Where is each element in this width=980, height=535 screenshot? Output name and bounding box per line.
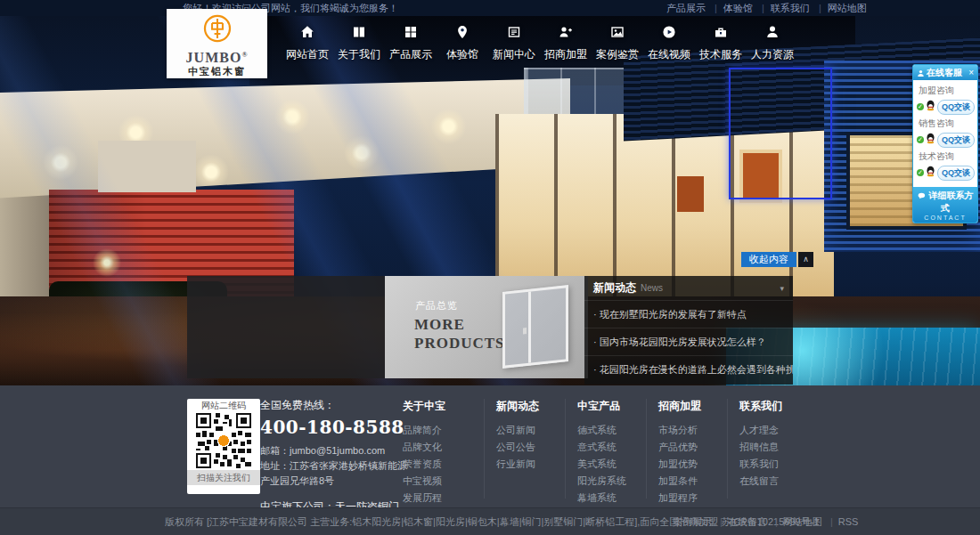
qq-chat-button[interactable]: ✓ QQ交谈 — [917, 132, 974, 148]
topbar-link-experience[interactable]: 体验馆 — [708, 3, 753, 13]
footer-link[interactable]: 加盟程序 — [658, 490, 727, 507]
bottom-link-cases[interactable]: 案例展示 — [673, 516, 712, 527]
footer-link[interactable]: 中宝视频 — [403, 473, 484, 490]
book-icon — [333, 25, 385, 41]
news-item[interactable]: 花园阳光房在漫长的道路上必然会遇到各种挑战 — [584, 355, 793, 383]
footer-col-products: 中宝产品 德式系统 意式系统 美式系统 阳光房系统 幕墙系统 断桥铝系统 — [565, 399, 646, 499]
footer-link-columns: 关于中宝 品牌简介 品牌文化 荣誉资质 中宝视频 发展历程 品牌形象 新闻动态 … — [403, 399, 808, 499]
qr-code — [196, 413, 251, 468]
nav-item-home[interactable]: 网站首页 — [282, 25, 333, 62]
bottom-bar: 版权所有 [江苏中宝建材有限公司 主营业务:铝木阳光房|铝木窗|阳光房|铜包木|… — [0, 507, 980, 535]
nav-label: 招商加盟 — [544, 48, 587, 61]
footer-link[interactable]: 意式系统 — [577, 439, 646, 456]
nav-item-video[interactable]: 在线视频 — [643, 25, 695, 62]
nav-label: 关于我们 — [338, 48, 380, 61]
footer-link[interactable]: 人才理念 — [739, 422, 808, 439]
close-icon[interactable]: × — [968, 69, 974, 77]
footer-link[interactable]: 加盟条件 — [658, 473, 727, 490]
footer-link[interactable]: 德式系统 — [577, 422, 646, 439]
footer-link[interactable]: 加盟优势 — [658, 456, 727, 473]
logo-brand: JUMBO® — [167, 47, 267, 65]
nav-label: 在线视频 — [648, 48, 690, 61]
nav-label: 案例鉴赏 — [596, 48, 639, 61]
nav-item-about[interactable]: 关于我们 — [333, 25, 385, 62]
nav-item-news[interactable]: 新闻中心 — [488, 25, 540, 62]
hero-highlight-box — [729, 68, 832, 199]
footer-link[interactable]: 美式系统 — [577, 456, 646, 473]
nav-item-experience[interactable]: 体验馆 — [437, 25, 488, 62]
nav-item-hr[interactable]: 人力资源 — [747, 25, 798, 62]
qq-group-tech: 技术咨询 ✓ QQ交谈 — [917, 150, 974, 181]
qq-chat-button[interactable]: ✓ QQ交谈 — [917, 165, 974, 181]
footer-link[interactable]: 品牌简介 — [403, 422, 484, 439]
footer-link[interactable]: 产品优势 — [658, 439, 727, 456]
footer-link[interactable]: 行业新闻 — [496, 456, 565, 473]
news-icon — [488, 25, 540, 41]
products-title: MORE PRODUCTS — [414, 315, 505, 353]
grid-icon — [385, 25, 437, 41]
footer-link[interactable]: 公司公告 — [496, 439, 565, 456]
products-tag: 产品总览 — [415, 299, 458, 312]
qq-group-label: 销售咨询 — [919, 118, 974, 130]
nav-item-products[interactable]: 产品展示 — [385, 25, 437, 62]
qr-caption: 扫描关注我们 — [187, 470, 260, 485]
online-service-body: 加盟咨询 ✓ QQ交谈 销售咨询 ✓ QQ交谈 技术咨询 ✓ — [913, 80, 977, 187]
logo-subtitle: 中宝铝木窗 — [167, 65, 267, 78]
qq-chat-label: QQ交谈 — [937, 166, 975, 181]
footer-link[interactable]: 品牌文化 — [403, 439, 484, 456]
qq-chat-label: QQ交谈 — [937, 100, 975, 115]
qq-group-label: 技术咨询 — [919, 150, 974, 163]
topbar-link-sitemap[interactable]: 网站地图 — [813, 3, 867, 13]
nav-item-join[interactable]: 招商加盟 — [540, 25, 592, 62]
footer-col-title: 关于中宝 — [403, 399, 484, 414]
chevron-up-icon[interactable]: ∧ — [798, 252, 813, 267]
pin-icon — [437, 25, 488, 41]
chevron-down-icon[interactable]: ▾ — [780, 284, 784, 293]
qr-code-box: 网站二维码 扫描关注我们 — [187, 399, 260, 494]
footer-link[interactable]: 阳光房系统 — [577, 473, 646, 490]
online-status-icon: ✓ — [917, 103, 924, 110]
online-service-panel: 在线客服 × 加盟咨询 ✓ QQ交谈 销售咨询 ✓ QQ交谈 — [912, 64, 978, 223]
image-icon — [592, 25, 643, 41]
qq-chat-label: QQ交谈 — [937, 133, 975, 148]
topbar-links: 产品展示 体验馆 联系我们 网站地图 — [666, 0, 867, 16]
footer-col-news: 新闻动态 公司新闻 公司公告 行业新闻 — [484, 399, 565, 499]
footer-link[interactable]: 联系我们 — [739, 456, 808, 473]
bottom-link-rss[interactable]: RSS — [825, 516, 858, 527]
news-item[interactable]: 现在别墅阳光房的发展有了新特点 — [584, 300, 793, 328]
nav-label: 人力资源 — [751, 48, 794, 61]
site-logo[interactable]: JUMBO® 中宝铝木窗 — [167, 9, 267, 78]
more-products-panel[interactable]: 产品总览 MORE PRODUCTS — [385, 276, 588, 378]
footer-link[interactable]: 在线留言 — [739, 473, 808, 490]
footer-col-title: 中宝产品 — [577, 399, 646, 414]
email-line: 邮箱：jumbo@51jumbo.com — [260, 443, 413, 458]
contact-details-sub: CONTACT — [913, 215, 977, 221]
chat-bubble-icon — [918, 192, 927, 199]
news-item[interactable]: 国内市场花园阳光房发展状况怎么样？ — [584, 328, 793, 355]
footer-col-title: 新闻动态 — [496, 399, 565, 414]
bottom-link-sitemap[interactable]: 网站地图 — [770, 516, 822, 527]
footer-link[interactable]: 发展历程 — [403, 490, 484, 507]
nav-item-cases[interactable]: 案例鉴赏 — [592, 25, 643, 62]
footer-link[interactable]: 招聘信息 — [739, 439, 808, 456]
footer-link[interactable]: 荣誉资质 — [403, 456, 484, 473]
footer-link[interactable]: 公司新闻 — [496, 422, 565, 439]
nav-label: 网站首页 — [286, 48, 329, 61]
user-plus-icon — [540, 25, 592, 41]
footer-link[interactable]: 市场分析 — [658, 422, 727, 439]
nav-item-service[interactable]: 技术服务 — [695, 25, 747, 62]
main-nav: 网站首页 关于我们 产品展示 体验馆 新闻中心 招商加盟 — [282, 25, 798, 62]
slide-dark-panel — [187, 276, 385, 378]
contact-details-label: 详细联系方式 — [913, 190, 977, 215]
topbar-link-products[interactable]: 产品展示 — [666, 3, 706, 13]
contact-details-button[interactable]: 详细联系方式 CONTACT — [913, 187, 977, 223]
collapse-button[interactable]: 收起内容 — [741, 252, 796, 267]
bottom-link-message[interactable]: 在线留言 — [715, 516, 767, 527]
topbar-link-contact[interactable]: 联系我们 — [755, 3, 810, 13]
footer: 网站二维码 扫描关注我们 全国免费热线： 400-180-8588 邮箱：jum… — [0, 385, 980, 507]
qq-chat-button[interactable]: ✓ QQ交谈 — [917, 99, 974, 115]
qq-penguin-icon — [925, 99, 936, 115]
news-header: 新闻动态 News ▾ — [584, 276, 793, 300]
footer-link[interactable]: 幕墙系统 — [577, 490, 646, 507]
window-graphic — [502, 285, 568, 369]
